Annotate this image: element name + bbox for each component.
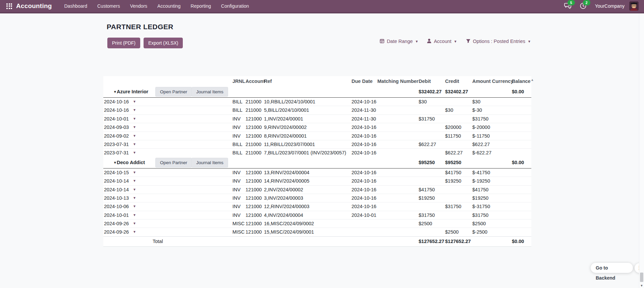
row-ref: 7,BILL/2023/07/0001 (INV/2023/0057) (264, 149, 346, 157)
menu-configuration[interactable]: Configuration (216, 0, 254, 12)
row-amount-currency: $31750 (472, 211, 488, 219)
row-ref: 5,BILL/2024/10/0001 (264, 106, 309, 114)
messages-icon[interactable]: 5 (564, 2, 572, 10)
row-date[interactable]: 2024-09-26 (104, 220, 129, 228)
row-due-date: 2024-11-30 (352, 106, 376, 114)
scrollbar-thumb[interactable] (640, 273, 643, 282)
row-date[interactable]: 2024-09-02 (104, 132, 129, 140)
row-dropdown-icon[interactable]: ▼ (133, 98, 136, 106)
header-ref[interactable]: Ref (264, 76, 272, 86)
row-ref: 16,MISC/2024/09/0002 (264, 220, 314, 228)
row-dropdown-icon[interactable]: ▼ (133, 169, 136, 177)
activities-badge: 2 (583, 0, 590, 5)
row-dropdown-icon[interactable]: ▼ (133, 194, 136, 202)
row-account: 121000 (246, 123, 262, 131)
row-date[interactable]: 2024-10-15 (104, 169, 129, 177)
open-partner-button[interactable]: Open Partner (155, 87, 192, 97)
header-account[interactable]: Account (246, 76, 265, 86)
date-range-filter[interactable]: Date Range ▼ (380, 39, 418, 44)
go-to-backend-button[interactable]: Go to Backend (591, 263, 633, 273)
menu-vendors[interactable]: Vendors (125, 0, 152, 12)
menu-dashboard[interactable]: Dashboard (59, 0, 93, 12)
row-dropdown-icon[interactable]: ▼ (133, 211, 136, 219)
row-credit: $20000 (445, 123, 461, 131)
row-ref: 9,RINV/2024/00002 (264, 123, 307, 131)
row-date[interactable]: 2023-07-31 (104, 140, 129, 148)
row-amount-currency: $41750 (472, 186, 488, 194)
total-debit: $127652.27 (419, 237, 444, 246)
partner-collapse-icon[interactable]: ▼ (113, 86, 117, 97)
row-dropdown-icon[interactable]: ▼ (133, 115, 136, 123)
header-credit[interactable]: Credit (445, 76, 459, 86)
partner-name[interactable]: Deco Addict (117, 157, 145, 168)
top-navbar: Accounting Dashboard Customers Vendors A… (0, 0, 644, 13)
page-scrollbar[interactable]: ▼ (639, 13, 644, 288)
row-dropdown-icon[interactable]: ▼ (133, 132, 136, 140)
ledger-row: 2024-09-02▼INV1210008,RINV/2024/00001202… (103, 132, 531, 140)
row-date[interactable]: 2024-10-16 (104, 106, 129, 114)
row-date[interactable]: 2024-10-01 (104, 211, 129, 219)
open-partner-button[interactable]: Open Partner (155, 158, 192, 167)
menu-reporting[interactable]: Reporting (185, 0, 216, 12)
row-date[interactable]: 2023-07-31 (104, 149, 129, 157)
total-row: Total $127652.27 $127652.27 $0.00 (103, 236, 531, 247)
row-ref: 14,RINV/2024/00005 (264, 177, 309, 185)
row-journal: INV (232, 186, 240, 194)
row-date[interactable]: 2024-10-14 (104, 186, 129, 194)
total-balance: $0.00 (512, 237, 524, 246)
options-filter[interactable]: Options : Posted Entries ▼ (466, 39, 531, 44)
row-date[interactable]: 2024-10-01 (104, 115, 129, 123)
total-label: Total (153, 237, 163, 246)
header-debit[interactable]: Debit (419, 76, 431, 86)
row-journal: BILL (232, 140, 243, 148)
app-brand[interactable]: Accounting (16, 2, 52, 10)
partner-name[interactable]: Azure Interior (117, 86, 148, 97)
chevron-down-icon: ▼ (454, 40, 457, 43)
row-date[interactable]: 2024-10-16 (104, 98, 129, 106)
filter-funnel-icon (466, 39, 471, 44)
journal-items-button[interactable]: Journal Items (192, 87, 228, 97)
row-date[interactable]: 2024-10-13 (104, 194, 129, 202)
row-dropdown-icon[interactable]: ▼ (133, 149, 136, 157)
row-date[interactable]: 2024-10-14 (104, 177, 129, 185)
menu-customers[interactable]: Customers (92, 0, 125, 12)
row-dropdown-icon[interactable]: ▼ (133, 123, 136, 131)
scrollbar-down-arrow-icon[interactable]: ▼ (639, 284, 644, 287)
row-dropdown-icon[interactable]: ▼ (133, 186, 136, 194)
account-filter[interactable]: Account ▼ (427, 39, 457, 44)
row-dropdown-icon[interactable]: ▼ (133, 177, 136, 185)
header-balance[interactable]: Balance (512, 76, 531, 86)
row-ref: 1,INV/2024/00001 (264, 115, 303, 123)
apps-grid-icon[interactable] (6, 3, 12, 9)
row-journal: INV (232, 177, 240, 185)
row-date[interactable]: 2024-10-06 (104, 202, 129, 210)
partner-balance: $0.00 (512, 86, 524, 97)
row-dropdown-icon[interactable]: ▼ (133, 228, 136, 236)
ledger-row: 2024-10-01▼INV1210001,INV/2024/000012024… (103, 114, 531, 123)
menu-accounting[interactable]: Accounting (152, 0, 185, 12)
row-due-date: 2024-10-16 (352, 140, 376, 148)
row-ref: 8,RINV/2024/00001 (264, 132, 307, 140)
print-pdf-button[interactable]: Print (PDF) (107, 38, 140, 48)
header-jrnl[interactable]: JRNL (232, 76, 245, 86)
export-xlsx-button[interactable]: Export (XLSX) (144, 38, 183, 48)
row-dropdown-icon[interactable]: ▼ (133, 202, 136, 210)
row-date[interactable]: 2024-09-03 (104, 123, 129, 131)
activities-icon[interactable]: 2 (580, 2, 587, 10)
table-scroll-up-icon[interactable]: ▲ (531, 78, 534, 82)
row-dropdown-icon[interactable]: ▼ (133, 140, 136, 148)
row-date[interactable]: 2024-09-26 (104, 228, 129, 236)
user-avatar[interactable] (629, 1, 639, 11)
row-dropdown-icon[interactable]: ▼ (133, 106, 136, 114)
header-amount-currency[interactable]: Amount Currency (472, 76, 513, 86)
header-matching-number[interactable]: Matching Number (377, 76, 418, 86)
row-amount-currency: $2500 (472, 220, 486, 228)
company-switcher[interactable]: YourCompany (595, 3, 625, 9)
row-dropdown-icon[interactable]: ▼ (133, 220, 136, 228)
row-debit: $19250 (419, 194, 435, 202)
journal-items-button[interactable]: Journal Items (192, 158, 228, 167)
header-due-date[interactable]: Due Date (352, 76, 373, 86)
row-amount-currency: $-11750 (472, 132, 490, 140)
partner-collapse-icon[interactable]: ▼ (113, 157, 117, 168)
partner-credit: $32402.27 (445, 86, 468, 97)
